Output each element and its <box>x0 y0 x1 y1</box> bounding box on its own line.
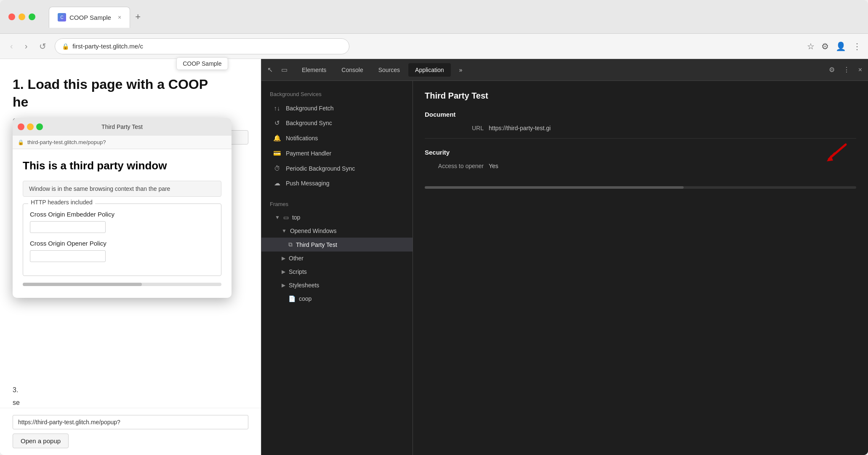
forward-button[interactable]: › <box>21 40 31 53</box>
notifications-icon: 🔔 <box>273 134 281 142</box>
url-row: URL https://third-party-test.gi <box>425 125 856 131</box>
top-frame-icon: ▭ <box>283 214 289 221</box>
popup-nav-bar: 🔒 third-party-test.glitch.me/popup? <box>13 136 232 149</box>
nav-right: ☆ ⚙ 👤 ⋮ <box>807 41 861 51</box>
sidebar-item-background-fetch[interactable]: ↑↓ Background Fetch <box>261 101 413 115</box>
popup-info-box: Window is in the same browsing context t… <box>23 181 221 197</box>
sidebar-item-payment-handler[interactable]: 💳 Payment Handler <box>261 146 413 161</box>
popup-window: Third Party Test 🔒 third-party-test.glit… <box>13 118 232 298</box>
detail-divider <box>425 138 856 139</box>
devtools-body: Background Services ↑↓ Background Fetch … <box>261 81 868 455</box>
other-toggle-icon: ▶ <box>282 255 285 261</box>
detail-scrollbar[interactable] <box>425 186 856 189</box>
maximize-traffic-light[interactable] <box>29 13 35 20</box>
device-icon[interactable]: ▭ <box>279 63 290 76</box>
webpage-bottom: Open a popup <box>0 408 261 455</box>
devtools-close-icon[interactable]: × <box>856 64 865 76</box>
top-toggle-icon: ▼ <box>275 214 280 220</box>
address-tooltip: COOP Sample <box>176 57 228 70</box>
active-tab[interactable]: C COOP Sample × <box>49 7 130 28</box>
document-section-title: Document <box>425 111 856 118</box>
sidebar-label-notifications: Notifications <box>286 135 318 142</box>
frames-label-other: Other <box>289 255 304 262</box>
red-arrow-icon <box>823 140 848 161</box>
page-title-line1: 1. Load this page with a COOP <box>13 77 208 92</box>
popup-minimize-light[interactable] <box>27 123 34 130</box>
inspect-icon[interactable]: ↖ <box>265 63 275 76</box>
sidebar-item-background-sync[interactable]: ↺ Background Sync <box>261 115 413 131</box>
tab-title: COOP Sample <box>69 14 111 21</box>
popup-titlebar: Third Party Test <box>13 118 232 136</box>
open-popup-button[interactable]: Open a popup <box>13 434 69 448</box>
third-party-frame-icon: ⧉ <box>288 241 293 248</box>
menu-icon[interactable]: ⋮ <box>853 41 861 51</box>
frames-label-coop: coop <box>299 295 312 302</box>
popup-heading: This is a third party window <box>23 159 221 172</box>
devtools-more-icon[interactable]: ⋮ <box>841 63 852 76</box>
devtools-settings-icon[interactable]: ⚙ <box>826 63 837 76</box>
frames-item-scripts[interactable]: ▶ Scripts <box>261 265 413 278</box>
popup-close-light[interactable] <box>18 123 24 130</box>
sidebar-item-push-messaging[interactable]: ☁ Push Messaging <box>261 176 413 191</box>
page-title-line2: he <box>13 94 28 110</box>
sidebar-label-push-messaging: Push Messaging <box>286 180 330 187</box>
frames-label-top: top <box>292 214 300 221</box>
tab-application[interactable]: Application <box>408 63 451 77</box>
popup-url-input[interactable] <box>13 415 248 429</box>
coop-file-icon: 📄 <box>288 295 296 302</box>
sidebar-item-periodic-background-sync[interactable]: ⏱ Periodic Background Sync <box>261 161 413 176</box>
tab-elements[interactable]: Elements <box>295 63 333 77</box>
reload-button[interactable]: ↺ <box>36 40 50 53</box>
profile-icon[interactable]: 👤 <box>836 41 846 51</box>
http-headers-box: HTTP headers included Cross Origin Embed… <box>23 203 221 276</box>
address-bar[interactable]: 🔒 first-party-test.glitch.me/c COOP Samp… <box>55 38 349 54</box>
devtools-icons: ↖ ▭ <box>265 63 290 76</box>
coop-label: Cross Origin Opener Policy <box>30 240 214 247</box>
minimize-traffic-light[interactable] <box>19 13 25 20</box>
title-bar: C COOP Sample × + <box>0 0 868 34</box>
section3-label: 3. <box>13 386 248 394</box>
access-to-opener-label: Access to opener <box>425 163 484 169</box>
browser-window: C COOP Sample × + ‹ › ↺ 🔒 first-party-te… <box>0 0 868 455</box>
frames-item-other[interactable]: ▶ Other <box>261 252 413 265</box>
nav-bar: ‹ › ↺ 🔒 first-party-test.glitch.me/c COO… <box>0 34 868 59</box>
more-tabs-button[interactable]: » <box>453 63 469 77</box>
popup-scrollbar[interactable] <box>23 283 221 286</box>
http-headers-legend: HTTP headers included <box>28 199 95 206</box>
close-traffic-light[interactable] <box>8 13 15 20</box>
coep-input[interactable] <box>30 221 106 233</box>
background-sync-icon: ↺ <box>273 119 281 127</box>
coop-input[interactable] <box>30 250 106 262</box>
tab-sources[interactable]: Sources <box>372 63 407 77</box>
devtools-toolbar-right: ⚙ ⋮ × <box>826 63 865 76</box>
extensions-icon[interactable]: ⚙ <box>821 41 829 51</box>
popup-address: third-party-test.glitch.me/popup? <box>27 139 106 145</box>
tab-console[interactable]: Console <box>335 63 370 77</box>
popup-lock-icon: 🔒 <box>18 139 24 145</box>
page-title: 1. Load this page with a COOP he <box>13 76 248 111</box>
webpage: 1. Load this page with a COOP he Cro htt… <box>0 59 261 455</box>
access-to-opener-row: Access to opener Yes <box>425 163 856 169</box>
popup-maximize-light[interactable] <box>36 123 43 130</box>
tab-favicon: C <box>58 13 66 21</box>
frames-item-opened-windows[interactable]: ▼ Opened Windows <box>261 224 413 238</box>
payment-handler-icon: 💳 <box>273 150 281 157</box>
frames-title: Frames <box>261 198 413 211</box>
stylesheets-toggle-icon: ▶ <box>282 282 285 288</box>
background-services-title: Background Services <box>261 88 413 101</box>
detail-scrollbar-thumb <box>425 186 684 189</box>
popup-traffic-lights <box>18 123 43 130</box>
new-tab-button[interactable]: + <box>135 11 141 22</box>
devtools-sidebar: Background Services ↑↓ Background Fetch … <box>261 81 413 455</box>
sidebar-item-notifications[interactable]: 🔔 Notifications <box>261 131 413 146</box>
frames-item-stylesheets[interactable]: ▶ Stylesheets <box>261 278 413 292</box>
frames-item-coop[interactable]: 📄 coop <box>261 292 413 305</box>
back-button[interactable]: ‹ <box>7 40 16 53</box>
popup-scrollbar-thumb <box>23 283 142 286</box>
bookmark-icon[interactable]: ☆ <box>807 41 815 51</box>
tab-close-button[interactable]: × <box>118 14 121 21</box>
popup-content: This is a third party window Window is i… <box>13 149 232 298</box>
scripts-toggle-icon: ▶ <box>282 269 285 275</box>
frames-item-top[interactable]: ▼ ▭ top <box>261 211 413 224</box>
frames-item-third-party-test[interactable]: ⧉ Third Party Test <box>261 238 413 252</box>
